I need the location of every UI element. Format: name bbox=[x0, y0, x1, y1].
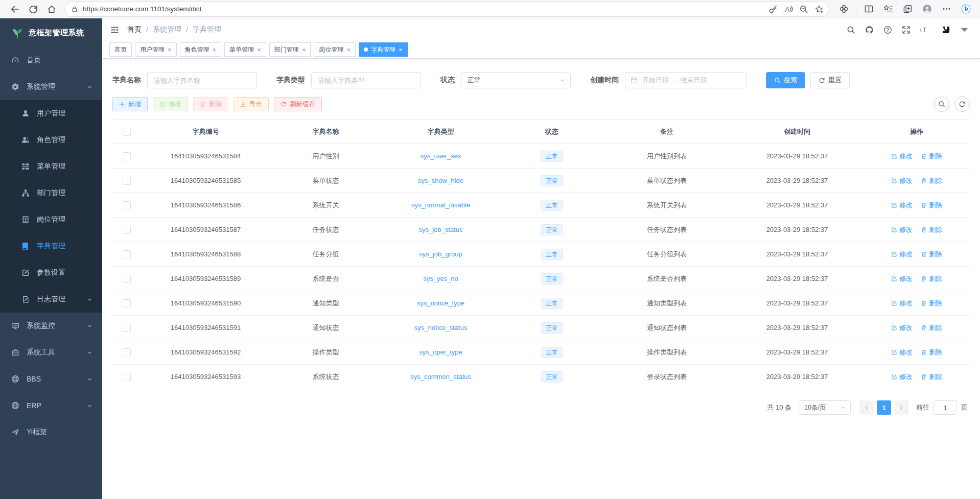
date-range-picker[interactable]: 开始日期 - 结束日期 bbox=[625, 72, 746, 88]
sidebar-item-config[interactable]: 参数设置 bbox=[0, 259, 102, 286]
key-button[interactable] bbox=[766, 3, 780, 16]
zoom-out-button[interactable] bbox=[797, 3, 810, 16]
help-icon[interactable] bbox=[883, 26, 892, 34]
page-size-select[interactable]: 10条/页 bbox=[799, 400, 851, 415]
extensions-button[interactable] bbox=[836, 2, 851, 16]
sidebar-item-dept[interactable]: 部门管理 bbox=[0, 180, 102, 206]
sidebar-item-monitor[interactable]: 系统监控 bbox=[0, 313, 102, 339]
row-checkbox[interactable] bbox=[123, 201, 131, 209]
sidebar-item-erp[interactable]: ERP bbox=[0, 392, 102, 419]
row-edit-button[interactable]: 修改 bbox=[891, 152, 913, 161]
tab-角色管理[interactable]: 角色管理× bbox=[180, 42, 222, 57]
close-tab-icon[interactable]: × bbox=[213, 46, 217, 53]
toggle-search-button[interactable] bbox=[934, 97, 949, 112]
address-bar[interactable]: https://ccnetcore.com:1101/system/dict A bbox=[64, 2, 829, 17]
row-delete-button[interactable]: 删除 bbox=[921, 299, 942, 308]
dict-type-link[interactable]: sys_normal_disable bbox=[411, 201, 470, 209]
row-delete-button[interactable]: 删除 bbox=[921, 225, 942, 234]
current-page-button[interactable]: 1 bbox=[877, 400, 891, 415]
row-checkbox[interactable] bbox=[123, 324, 131, 332]
sidebar-item-yi[interactable]: Yi框架 bbox=[0, 419, 102, 445]
favorite-add-button[interactable] bbox=[812, 3, 826, 16]
row-checkbox[interactable] bbox=[123, 348, 131, 357]
row-delete-button[interactable]: 删除 bbox=[921, 201, 942, 210]
more-button[interactable] bbox=[939, 2, 953, 16]
dict-type-link[interactable]: sys_notice_type bbox=[417, 299, 464, 307]
row-checkbox[interactable] bbox=[123, 226, 131, 234]
breadcrumb-item[interactable]: 系统管理 bbox=[153, 25, 181, 34]
row-edit-button[interactable]: 修改 bbox=[891, 372, 913, 382]
sidebar-item-post[interactable]: 岗位管理 bbox=[0, 206, 102, 233]
home-button[interactable] bbox=[44, 2, 59, 17]
breadcrumb-item[interactable]: 字典管理 bbox=[193, 25, 221, 34]
row-delete-button[interactable]: 删除 bbox=[921, 274, 942, 283]
split-screen-button[interactable] bbox=[861, 2, 876, 16]
row-edit-button[interactable]: 修改 bbox=[891, 250, 913, 259]
reset-button[interactable]: 重置 bbox=[810, 72, 850, 88]
user-menu-caret-icon[interactable] bbox=[960, 26, 969, 34]
export-button[interactable]: 导出 bbox=[234, 97, 269, 111]
goto-page-input[interactable] bbox=[934, 400, 957, 415]
dict-type-link[interactable]: sys_show_hide bbox=[418, 177, 463, 184]
tab-岗位管理[interactable]: 岗位管理× bbox=[314, 42, 356, 57]
next-page-button[interactable] bbox=[894, 400, 908, 415]
sidebar-item-dict[interactable]: 字典管理 bbox=[0, 233, 102, 259]
url-text[interactable]: https://ccnetcore.com:1101/system/dict bbox=[83, 5, 762, 13]
sidebar-item-bbs[interactable]: BBS bbox=[0, 366, 102, 392]
add-button[interactable]: 新增 bbox=[112, 97, 148, 111]
select-all-checkbox[interactable] bbox=[123, 128, 131, 136]
tab-菜单管理[interactable]: 菜单管理× bbox=[224, 42, 266, 57]
tab-首页[interactable]: 首页 bbox=[109, 42, 132, 57]
sidebar-item-user[interactable]: 用户管理 bbox=[0, 100, 102, 127]
row-edit-button[interactable]: 修改 bbox=[891, 274, 913, 283]
font-size-icon[interactable]: tT bbox=[920, 26, 929, 34]
row-delete-button[interactable]: 删除 bbox=[921, 176, 942, 185]
row-edit-button[interactable]: 修改 bbox=[891, 348, 913, 357]
dict-type-link[interactable]: sys_oper_type bbox=[419, 348, 462, 356]
bing-button[interactable] bbox=[959, 2, 973, 16]
row-delete-button[interactable]: 删除 bbox=[921, 323, 942, 332]
row-delete-button[interactable]: 删除 bbox=[921, 348, 942, 357]
row-checkbox[interactable] bbox=[123, 250, 131, 258]
sidebar-item-role[interactable]: 角色管理 bbox=[0, 127, 102, 153]
refresh-cache-button[interactable]: 刷新缓存 bbox=[274, 97, 322, 111]
close-tab-icon[interactable]: × bbox=[168, 46, 172, 53]
favorites-button[interactable] bbox=[881, 2, 895, 16]
row-checkbox[interactable] bbox=[123, 152, 131, 160]
github-icon[interactable] bbox=[865, 26, 874, 34]
row-edit-button[interactable]: 修改 bbox=[891, 323, 913, 332]
sidebar-item-menu[interactable]: 菜单管理 bbox=[0, 153, 102, 180]
dict-name-input[interactable] bbox=[147, 72, 257, 88]
close-tab-icon[interactable]: × bbox=[346, 46, 351, 53]
delete-button[interactable]: 删除 bbox=[193, 97, 228, 111]
status-select[interactable]: 正常 bbox=[461, 72, 571, 88]
search-icon[interactable] bbox=[847, 26, 855, 34]
close-tab-icon[interactable]: × bbox=[257, 46, 261, 53]
row-delete-button[interactable]: 删除 bbox=[921, 372, 942, 382]
close-tab-icon[interactable]: × bbox=[302, 46, 306, 53]
row-checkbox[interactable] bbox=[123, 275, 131, 283]
dict-type-link[interactable]: sys_user_sex bbox=[421, 152, 461, 160]
sidebar-item-system[interactable]: 系统管理 bbox=[0, 74, 102, 100]
breadcrumb-item[interactable]: 首页 bbox=[127, 25, 142, 34]
dict-type-link[interactable]: sys_yes_no bbox=[423, 275, 458, 282]
row-edit-button[interactable]: 修改 bbox=[891, 201, 913, 210]
row-edit-button[interactable]: 修改 bbox=[891, 299, 913, 308]
refresh-table-button[interactable] bbox=[954, 97, 970, 112]
dict-type-link[interactable]: sys_common_status bbox=[410, 373, 471, 381]
dict-type-link[interactable]: sys_job_group bbox=[419, 250, 462, 258]
collections-button[interactable] bbox=[900, 2, 915, 16]
sidebar-toggle-icon[interactable] bbox=[110, 25, 120, 35]
tab-用户管理[interactable]: 用户管理× bbox=[135, 42, 177, 57]
profile-button[interactable] bbox=[920, 2, 934, 16]
sidebar-item-tools[interactable]: 系统工具 bbox=[0, 339, 102, 366]
sidebar-item-home[interactable]: 首页 bbox=[0, 47, 102, 74]
dict-type-link[interactable]: sys_notice_status bbox=[414, 324, 467, 331]
tab-字典管理[interactable]: 字典管理× bbox=[359, 42, 408, 57]
fullscreen-icon[interactable] bbox=[902, 26, 911, 34]
read-aloud-button[interactable]: A bbox=[782, 3, 795, 16]
prev-page-button[interactable] bbox=[859, 400, 874, 415]
row-delete-button[interactable]: 删除 bbox=[921, 250, 942, 259]
row-edit-button[interactable]: 修改 bbox=[891, 176, 913, 185]
row-checkbox[interactable] bbox=[123, 299, 131, 307]
